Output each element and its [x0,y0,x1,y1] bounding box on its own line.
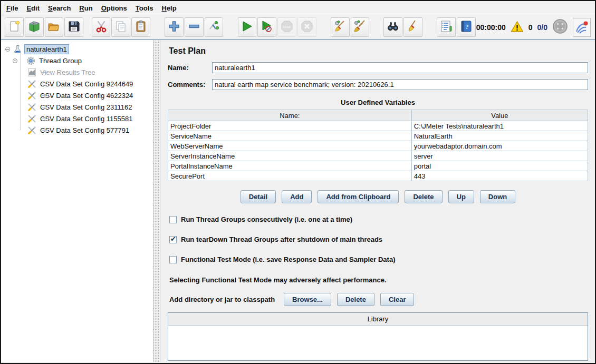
name-input[interactable] [212,62,588,73]
test-plan-tree: naturalearth1 Thread Group View Results … [1,40,153,362]
expand-handle[interactable] [5,47,10,52]
menu-edit[interactable]: Edit [26,4,40,12]
tree-item-label[interactable]: CSV Data Set Config 577791 [39,126,131,135]
tree-item-csv-config-4[interactable]: CSV Data Set Config 1155581 [24,113,153,124]
down-button[interactable]: Down [480,190,515,203]
udv-cell-value[interactable]: C:\JMeter Tests\naturalearth1 [411,121,588,131]
open-button[interactable] [45,17,64,37]
add-from-clipboard-button[interactable]: Add from Clipboard [318,190,399,203]
menu-search[interactable]: Search [48,4,71,12]
table-row[interactable]: ProjectFolderC:\JMeter Tests\naturaleart… [168,121,588,131]
clear-all-broom-icon [353,19,367,35]
table-row[interactable]: ServiceNameNaturalEarth [168,131,588,141]
copy-icon [114,19,128,35]
expand-handle[interactable] [13,58,17,63]
menu-help[interactable]: Help [161,4,176,12]
tree-item-label[interactable]: CSV Data Set Config 4622324 [39,91,134,100]
save-button[interactable] [64,17,83,37]
menu-file[interactable]: File [6,4,18,12]
up-button[interactable]: Up [448,190,474,203]
search-button[interactable] [383,17,402,37]
tree-item-csv-config-2[interactable]: CSV Data Set Config 4622324 [24,90,153,101]
search-reset-broom-icon [406,19,420,35]
csv-tools-icon [27,114,36,123]
panel-splitter[interactable] [153,40,160,362]
tree-item-label[interactable]: Thread Group [37,56,83,65]
clear-button[interactable] [331,17,350,37]
udv-cell-value[interactable]: NaturalEarth [411,131,588,141]
tree-item-label[interactable]: CSV Data Set Config 1155581 [39,114,134,123]
start-icon [240,19,254,35]
tree-item-csv-config-5[interactable]: CSV Data Set Config 577791 [24,124,153,136]
udv-cell-name[interactable]: SecurePort [168,171,412,181]
checkbox-label[interactable]: Run Thread Groups consecutively (i.e. on… [181,215,352,223]
paste-button[interactable] [131,17,150,37]
tree-item-label[interactable]: View Results Tree [39,68,97,77]
functional-mode-warning: Selecting Functional Test Mode may adver… [169,276,588,284]
log-warning-icon[interactable] [511,21,524,34]
add-button[interactable]: Add [282,190,312,203]
table-row[interactable]: ServerInstanceNameserver [168,151,588,161]
tree-item-csv-config-3[interactable]: CSV Data Set Config 2311162 [24,101,153,113]
tree-item-label[interactable]: CSV Data Set Config 9244649 [39,80,134,88]
classpath-clear-button[interactable]: Clear [380,293,415,306]
run-teardown-checkbox[interactable] [169,236,177,243]
copy-button[interactable] [111,17,130,37]
remove-element-button[interactable] [185,17,204,37]
udv-cell-value[interactable]: yourwebadaptor.domain.com [411,141,588,151]
udv-cell-value[interactable]: 443 [411,171,588,181]
menu-bar: File Edit Search Run Options Tools Help [1,1,595,15]
functional-mode-checkbox[interactable] [169,256,177,263]
start-no-pauses-icon [260,19,274,35]
start-button[interactable] [238,17,257,37]
udv-cell-name[interactable]: ServiceName [168,131,412,141]
search-reset-button[interactable] [403,17,422,37]
udv-cell-name[interactable]: ProjectFolder [168,121,412,131]
cut-button[interactable] [92,17,111,37]
menu-options[interactable]: Options [101,4,127,12]
comments-input[interactable] [212,79,588,90]
toggle-element-button[interactable] [205,17,224,37]
remote-start-icon[interactable] [552,18,568,36]
status-cluster: 00:00:00 0 0/0 [476,18,592,37]
detail-button[interactable]: Detail [241,190,276,203]
udv-cell-name[interactable]: WebServerName [168,141,412,151]
menu-tools[interactable]: Tools [136,4,153,12]
tree-item-view-results-tree[interactable]: View Results Tree [24,66,153,78]
tree-root-label[interactable]: naturalearth1 [24,44,69,54]
udv-cell-name[interactable]: PortalInstanceName [168,161,412,171]
menu-run[interactable]: Run [79,4,92,12]
udv-col-value[interactable]: Value [411,110,588,121]
library-header[interactable]: Library [168,313,588,326]
udv-cell-value[interactable]: server [411,151,588,161]
udv-cell-name[interactable]: ServerInstanceName [168,151,412,161]
jmeter-logo-button[interactable] [573,18,591,37]
tree-root-test-plan[interactable]: naturalearth1 [3,43,153,55]
table-row[interactable]: SecurePort443 [168,171,588,181]
tree-item-label[interactable]: CSV Data Set Config 2311162 [39,103,133,112]
thread-count: 0/0 [537,23,547,32]
delete-button[interactable]: Delete [405,190,442,203]
add-element-button[interactable] [165,17,184,37]
templates-icon [27,19,41,35]
run-consecutive-checkbox[interactable] [169,216,177,223]
csv-tools-icon [27,80,36,88]
start-no-pauses-button[interactable] [257,17,276,37]
help-button[interactable]: ? [457,17,476,37]
run-consecutive-checkbox-row: Run Thread Groups consecutively (i.e. on… [169,215,588,223]
clear-all-button[interactable] [351,17,370,37]
checkbox-label[interactable]: Run tearDown Thread Groups after shutdow… [181,235,382,243]
csv-tools-icon [27,91,36,100]
function-helper-button[interactable] [437,17,456,37]
new-file-button[interactable] [5,17,24,37]
classpath-delete-button[interactable]: Delete [337,293,374,306]
tree-item-csv-config-1[interactable]: CSV Data Set Config 9244649 [24,78,153,90]
udv-cell-value[interactable]: portal [411,161,588,171]
tree-item-thread-group[interactable]: Thread Group [24,55,153,66]
checkbox-label[interactable]: Functional Test Mode (i.e. save Response… [181,255,395,263]
templates-button[interactable] [25,17,44,37]
table-row[interactable]: PortalInstanceNameportal [168,161,588,171]
browse-button[interactable]: Browse... [284,293,331,306]
udv-col-name[interactable]: Name: [168,110,412,121]
table-row[interactable]: WebServerNameyourwebadaptor.domain.com [168,141,588,151]
